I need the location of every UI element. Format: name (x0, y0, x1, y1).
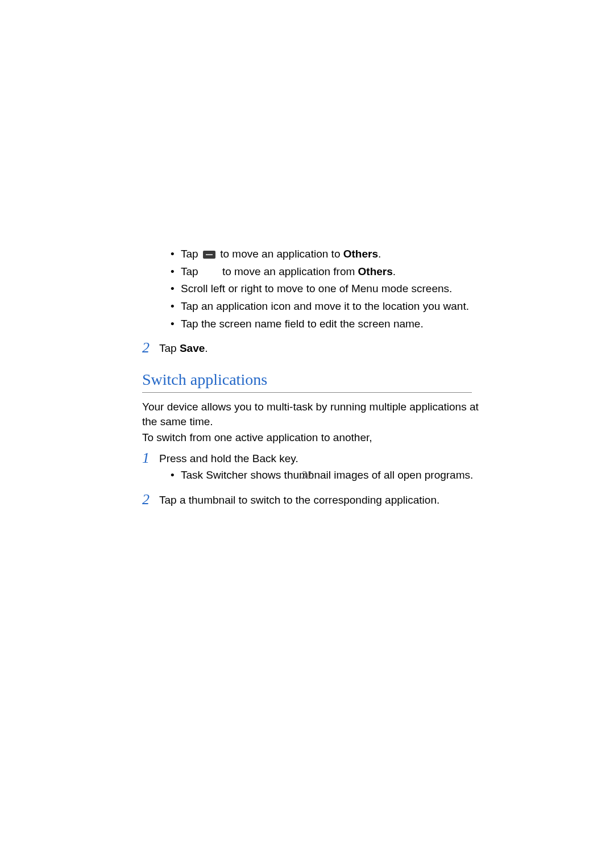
bullet-item: Tap to move an application from Others. (171, 265, 483, 279)
bullet-item: Scroll left or right to move to one of M… (171, 282, 483, 296)
text: Scroll left or right to move to one of M… (181, 283, 452, 294)
sub-bullet-item: Task Switcher shows thumbnail images of … (171, 468, 483, 483)
numbered-step: 1 Press and hold the Back key. Task Swit… (142, 452, 483, 483)
bullet-item: Tap an application icon and move it to t… (171, 300, 483, 314)
text: Task Switcher shows thumbnail images of … (181, 469, 473, 481)
text: Tap (181, 265, 201, 277)
text: to move an application from (219, 265, 358, 277)
text-bold: Others (343, 248, 378, 260)
text: Tap an application icon and move it to t… (181, 300, 469, 312)
bullet-item: Tap to move an application to Others. (171, 247, 483, 261)
text: . (393, 265, 396, 277)
bullet-list: Tap to move an application to Others. Ta… (171, 247, 483, 331)
step-number: 2 (142, 491, 150, 508)
text: . (205, 342, 208, 354)
paragraph: To switch from one active application to… (142, 430, 483, 445)
text: Tap (181, 248, 201, 260)
text: . (378, 248, 381, 260)
page-number: 31 (302, 469, 313, 481)
step-text: Press and hold the Back key. Task Switch… (159, 452, 483, 483)
step-text: Tap a thumbnail to switch to the corresp… (159, 494, 439, 506)
section-heading: Switch applications (142, 371, 472, 393)
text: Tap the screen name field to edit the sc… (181, 318, 424, 330)
numbered-step: 2 Tap Save. (142, 342, 483, 355)
minus-icon (203, 251, 215, 259)
step-number: 1 (142, 450, 150, 467)
text (201, 265, 219, 277)
text: to move an application to (217, 248, 343, 260)
document-content: Tap to move an application to Others. Ta… (142, 247, 483, 506)
text: Tap (159, 342, 180, 354)
text-bold: Save (180, 342, 205, 354)
sub-bullet-list: Task Switcher shows thumbnail images of … (171, 468, 483, 483)
text: Press and hold the Back key. (159, 452, 298, 464)
bullet-item: Tap the screen name field to edit the sc… (171, 317, 483, 331)
numbered-step: 2 Tap a thumbnail to switch to the corre… (142, 494, 483, 506)
step-number: 2 (142, 339, 150, 356)
step-text: Tap Save. (159, 342, 208, 354)
paragraph: Your device allows you to multi-task by … (142, 400, 483, 429)
text-bold: Others (358, 265, 393, 277)
